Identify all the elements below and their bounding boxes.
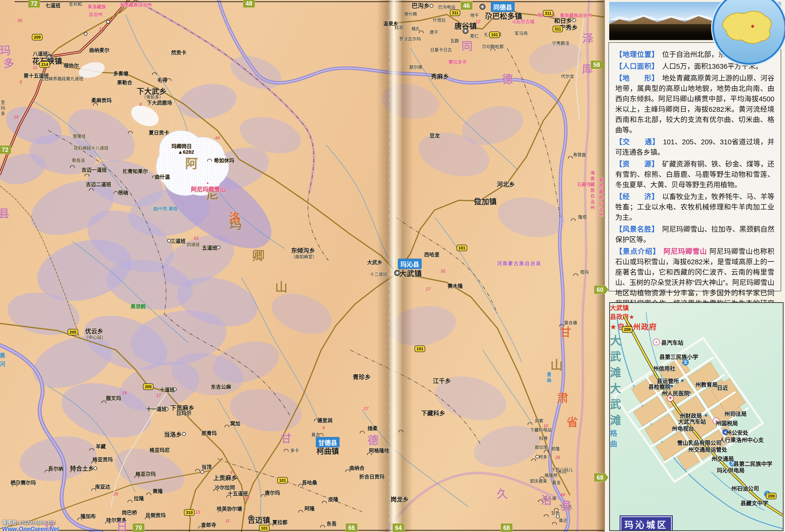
- map-label: 羊藏: [96, 443, 106, 450]
- map-label: 多: [3, 54, 14, 70]
- map-label: 希如休玛: [214, 156, 234, 164]
- map-label: 9: [139, 102, 142, 107]
- map-label: 木同: [558, 468, 566, 475]
- info-resource: 【资 源】矿藏资源有铜、铁、砂金、煤等，还有雪豹、棕熊、白唇鹿、马鹿等野生动物和…: [615, 159, 775, 190]
- map-label: 隆加布: [81, 512, 96, 520]
- map-label: 曼曲: [546, 372, 552, 383]
- city-label: 县藏文中学: [740, 499, 768, 507]
- info-economy-label: 【经 济】: [615, 193, 659, 201]
- road-shield: 205: [68, 329, 78, 336]
- map-label: 多奏塘: [113, 70, 128, 77]
- map-label: 代尔龙: [561, 73, 574, 79]
- map-label: 44: [215, 136, 220, 141]
- map-label: 西哈垄: [424, 250, 439, 258]
- map-label: （中心站）: [84, 334, 106, 340]
- city-label: 州石油公司: [731, 484, 759, 492]
- town-icon: [106, 20, 110, 24]
- map-label: 县: [561, 497, 572, 513]
- info-scenery-label: 【风景名胜】: [615, 225, 659, 233]
- map-label: 26: [555, 455, 560, 460]
- map-label: 折合日贡玛: [359, 473, 385, 480]
- info-scenery: 【风景名胜】阿尼玛卿雪山、拉加寺、黑颈鹤自然保护区等。: [615, 224, 775, 245]
- map-label: 阿隆: [304, 504, 314, 512]
- map-label: 曲什彻·果晗: [153, 205, 177, 212]
- map-label: 德: [368, 431, 379, 447]
- town-icon: [84, 32, 87, 36]
- info-terrain-text: 地处青藏高原黄河上游的山原、河谷地带，属典型的高原山地地貌，地势由北向南、由西向…: [615, 74, 775, 134]
- page-nav-marker: 72: [0, 145, 11, 154]
- map-label: 秀麻乡: [431, 72, 449, 80]
- map-label: 18: [244, 495, 249, 500]
- map-label: 瓦群: [450, 37, 459, 44]
- map-label: 吉迈二道班: [86, 180, 111, 188]
- terrain-shading: [0, 38, 584, 501]
- town-icon: [573, 19, 576, 22]
- page-nav-marker: 46: [460, 1, 473, 10]
- page-nav-marker: 64: [392, 523, 404, 532]
- road-shield: 101: [414, 346, 425, 352]
- town-icon: [217, 246, 221, 249]
- map-label: 海南藏族自治州: [589, 170, 596, 211]
- map-label: 唐干: [430, 29, 438, 35]
- map-label: 且侧贡玛: [145, 511, 166, 518]
- map-label: 扎青知果尔: [123, 167, 148, 175]
- map-label: 大武乡: [367, 258, 382, 266]
- city-inset-title: 玛沁城区: [619, 515, 673, 531]
- map-label: 赛木隆: [448, 282, 463, 289]
- map-label: 11: [33, 65, 37, 70]
- page-nav-marker: 48: [243, 0, 255, 8]
- map-label: 黄: [0, 351, 5, 359]
- map-label: 12: [476, 19, 480, 24]
- map-label: 格亚玛尼: [149, 446, 170, 453]
- map-label: 久: [497, 485, 508, 501]
- road-shield: 101: [457, 245, 467, 251]
- road-shield: 209: [32, 34, 43, 41]
- map-label: 海南藏族自治州: [120, 1, 152, 8]
- map-label: 里隆哇: [73, 133, 86, 139]
- map-label: 寿营盘: [573, 151, 586, 158]
- info-economy: 【经 济】以畜牧业为主，牧养牦牛、马、羊等牲畜；工业以水电、农牧机械修理和牛羊肉…: [615, 192, 775, 223]
- map-label: 十二道班: [370, 271, 387, 277]
- map-label: 17: [156, 393, 161, 398]
- map-label: 河: [0, 360, 5, 368]
- map-label: 东吾: [326, 520, 337, 527]
- map-label: 郭庆德来: [530, 478, 547, 484]
- map-label: 拉隆: [134, 494, 144, 502]
- city-label: 州交通局: [712, 454, 734, 462]
- map-label: 13: [195, 510, 200, 515]
- map-label: 尕切群松那: [482, 43, 504, 50]
- map-label: 治: [541, 491, 552, 507]
- bus-station-icon: ▲: [653, 339, 660, 345]
- map-label: 曲纳合: [349, 464, 364, 471]
- town-icon: [430, 4, 433, 8]
- map-label: 赛什腾: [404, 10, 417, 17]
- map-label: 黄隆: [153, 487, 163, 494]
- map-label: 13: [99, 27, 104, 32]
- map-label: 肃: [557, 389, 568, 405]
- map-label: 隆塔: [578, 214, 587, 220]
- map-label: 玛卿岗日: [172, 142, 192, 150]
- map-label: 曲什温: [155, 173, 170, 180]
- map-label: 巴沟电站: [438, 4, 455, 10]
- city-label: 日近: [717, 383, 728, 392]
- map-label: 阿格隆哇: [369, 447, 389, 454]
- road-shield: 101: [277, 477, 288, 484]
- map-label: 第十五道班: [24, 72, 49, 79]
- map-label: 至玛多: [0, 100, 5, 117]
- map-label: 德: [502, 70, 513, 86]
- poi-dot-icon: [681, 379, 684, 382]
- map-label: 30: [17, 18, 22, 23]
- road-shield: 214: [40, 61, 50, 68]
- map-label: 夏日贡卡: [149, 129, 169, 136]
- city-label: 武: [610, 395, 783, 411]
- map-label: 11: [225, 518, 230, 524]
- map-label: 黑颈鹤: [131, 302, 146, 310]
- map-label: 三道班: [171, 237, 186, 244]
- map-label: 七道班: [45, 1, 60, 9]
- map-label: （曲如麻堂）: [291, 253, 317, 260]
- poi-dot-icon: [705, 414, 707, 417]
- map-label: ●: [206, 181, 209, 185]
- map-label: 查郎寺: [201, 521, 217, 528]
- map-label: 措柔: [368, 424, 378, 432]
- map-label: 军马场: [514, 30, 528, 36]
